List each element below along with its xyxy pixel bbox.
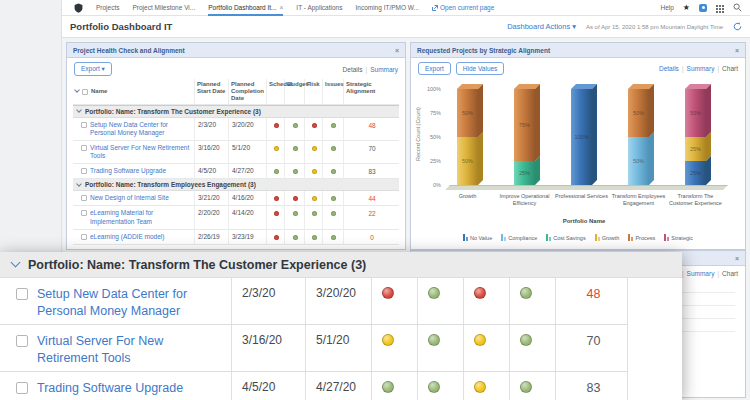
- close-icon[interactable]: ×: [735, 47, 739, 54]
- view-link-chart[interactable]: Chart: [722, 270, 738, 277]
- view-link-summary[interactable]: Summary: [370, 66, 398, 73]
- nav-tab[interactable]: IT - Applications: [296, 0, 342, 16]
- chart-bar-segment[interactable]: 100%: [571, 89, 592, 185]
- column-header-strategic-alignment[interactable]: Strategic Alignment: [344, 79, 399, 105]
- legend-item-strategic[interactable]: Strategic: [664, 234, 693, 241]
- column-header-budget[interactable]: Budget: [285, 79, 305, 105]
- help-link[interactable]: Help: [660, 4, 673, 11]
- nav-tab[interactable]: Projects: [96, 0, 119, 16]
- tab-close-icon[interactable]: ×: [280, 4, 284, 11]
- view-link-details[interactable]: Details: [343, 66, 363, 73]
- column-header-planned-completion[interactable]: Planned Completion Date: [229, 79, 267, 105]
- row-checkbox[interactable]: [81, 234, 87, 240]
- chart-bar-segment[interactable]: 25%: [514, 161, 535, 185]
- hide-values-button[interactable]: Hide Values: [456, 62, 505, 75]
- health-table-header: Name Planned Start Date Planned Completi…: [73, 79, 399, 106]
- portfolio-group-header[interactable]: Portfolio: Name: Transform The Customer …: [0, 252, 682, 278]
- column-header-schedule[interactable]: Schedul: [267, 79, 285, 105]
- chat-icon[interactable]: [699, 4, 707, 12]
- schedule-status-cell: [267, 164, 285, 179]
- chart-bar-segment[interactable]: 50%: [628, 137, 649, 185]
- planned-completion-cell: 3/20/20: [306, 278, 372, 324]
- close-icon[interactable]: ×: [395, 47, 399, 54]
- row-checkbox[interactable]: [81, 168, 87, 174]
- row-checkbox[interactable]: [16, 382, 28, 394]
- chart-bar-segment[interactable]: 50%: [628, 89, 649, 137]
- chart-bar-segment[interactable]: 75%: [514, 89, 535, 161]
- strategic-alignment-panel-header: Requested Projects by Strategic Alignmen…: [411, 43, 745, 58]
- nav-tab[interactable]: Project Milestone Vi...: [132, 0, 195, 16]
- planned-completion-cell: 4/16/20: [229, 191, 267, 206]
- project-link[interactable]: eLearning Material for Implementation Te…: [90, 209, 192, 225]
- legend-label: Process: [635, 235, 655, 241]
- nav-tab[interactable]: Portfolio Dashboard It...×: [208, 0, 283, 16]
- view-link-chart[interactable]: Chart: [722, 65, 738, 72]
- segment-value-label: 25%: [685, 146, 706, 152]
- project-link[interactable]: Trading Software Upgrade: [90, 167, 166, 175]
- row-checkbox[interactable]: [16, 288, 28, 300]
- legend-item-cost-savings[interactable]: Cost Savings: [546, 234, 585, 241]
- close-icon[interactable]: ×: [735, 255, 739, 262]
- legend-item-compliance[interactable]: Compliance: [501, 234, 537, 241]
- portfolio-group-header[interactable]: Portfolio: Name: Transform Employees Eng…: [73, 179, 399, 191]
- chart-bar-segment[interactable]: 25%: [685, 161, 706, 185]
- strategic-alignment-score: 83: [344, 164, 399, 179]
- status-circle-green: [520, 381, 532, 393]
- segment-side-face: [706, 84, 711, 137]
- view-link-details[interactable]: Details: [659, 65, 679, 72]
- project-link[interactable]: New Design of Internal Site: [90, 194, 169, 202]
- app-grid-icon[interactable]: [716, 5, 718, 7]
- project-link[interactable]: eLearning (ADDIE model): [90, 233, 164, 241]
- group-label: Portfolio: Name: Transform The Customer …: [28, 258, 366, 272]
- legend-item-growth[interactable]: Growth: [595, 234, 620, 241]
- refresh-icon[interactable]: [733, 22, 742, 31]
- x-category-label: Transform Employees Engagement: [610, 193, 668, 206]
- column-header-planned-start[interactable]: Planned Start Date: [195, 79, 229, 105]
- planned-completion-cell: 4/27/20: [229, 164, 267, 179]
- status-circle-green: [293, 169, 298, 174]
- view-link-summary[interactable]: Summary: [687, 270, 715, 277]
- project-link[interactable]: Setup New Data Center for Personal Money…: [90, 121, 192, 137]
- row-checkbox[interactable]: [81, 145, 87, 151]
- legend-item-no-value[interactable]: No Value: [463, 234, 492, 241]
- row-checkbox[interactable]: [81, 210, 87, 216]
- row-checkbox[interactable]: [81, 122, 87, 128]
- project-link[interactable]: Trading Software Upgrade: [37, 380, 183, 397]
- project-link[interactable]: Setup New Data Center for Personal Money…: [37, 286, 225, 320]
- search-icon[interactable]: [733, 3, 742, 12]
- risk-status-cell: [464, 372, 510, 400]
- chart-bar-segment[interactable]: 50%: [685, 89, 706, 137]
- row-checkbox[interactable]: [16, 335, 28, 347]
- project-link[interactable]: Virtual Server For New Retirement Tools: [37, 333, 225, 367]
- chart-bar-segment[interactable]: 25%: [685, 137, 706, 161]
- chevron-down-icon[interactable]: [74, 87, 80, 93]
- nav-tab-label: Incoming IT/PMO W...: [355, 4, 419, 11]
- select-all-checkbox[interactable]: [82, 89, 88, 95]
- status-circle-red: [293, 196, 298, 201]
- status-circle-yellow: [274, 146, 279, 151]
- status-circle-yellow: [312, 196, 317, 201]
- nav-tabs: ProjectsProject Milestone Vi...Portfolio…: [96, 0, 419, 16]
- name-cell: Setup New Data Center for Personal Money…: [0, 278, 232, 324]
- project-link[interactable]: Virtual Server For New Retirement Tools: [90, 144, 192, 160]
- nav-tab-label: Project Milestone Vi...: [132, 4, 195, 11]
- column-header-name[interactable]: Name: [91, 88, 107, 95]
- view-link-summary[interactable]: Summary: [687, 65, 715, 72]
- app-logo-icon[interactable]: [74, 3, 83, 13]
- column-header-issues[interactable]: Issues: [323, 79, 344, 105]
- chevron-down-icon: [11, 258, 21, 268]
- open-current-page-link[interactable]: Open current page: [432, 4, 494, 11]
- legend-item-process[interactable]: Process: [628, 234, 655, 241]
- chart-bar-segment[interactable]: 50%: [457, 137, 478, 185]
- nav-tab[interactable]: Incoming IT/PMO W...: [355, 0, 419, 16]
- row-checkbox[interactable]: [81, 195, 87, 201]
- portfolio-group-header[interactable]: Portfolio: Name: Transform The Customer …: [73, 106, 399, 118]
- dashboard-actions-button[interactable]: Dashboard Actions ▾: [507, 22, 576, 31]
- export-button[interactable]: Export: [418, 62, 451, 75]
- column-header-risk[interactable]: Risk: [305, 79, 323, 105]
- chart-bar-segment[interactable]: 50%: [457, 89, 478, 137]
- favorites-star-icon[interactable]: ★: [683, 4, 690, 12]
- export-button[interactable]: Export ▾: [74, 62, 112, 76]
- link-separator: |: [682, 65, 684, 72]
- schedule-status-cell: [267, 141, 285, 164]
